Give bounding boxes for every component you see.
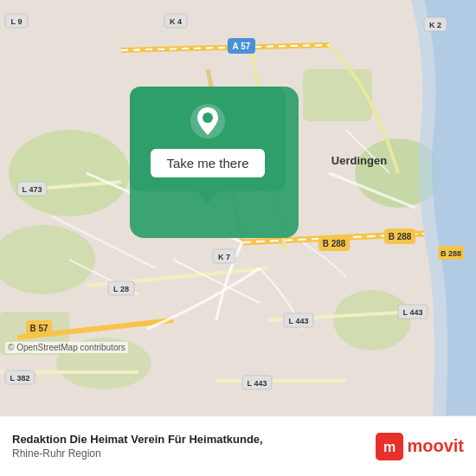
svg-text:L 443: L 443 [248, 379, 267, 388]
place-region: Rhine-Ruhr Region [12, 447, 263, 460]
svg-text:B 288: B 288 [389, 232, 412, 241]
svg-text:B 288: B 288 [441, 249, 461, 258]
svg-text:L 473: L 473 [23, 185, 42, 194]
svg-text:L 28: L 28 [113, 285, 129, 293]
map-container: L 9 K 4 K 2 A 57 B 288 B 288 B 57 L 473 … [0, 0, 476, 415]
svg-text:L 9: L 9 [11, 17, 23, 26]
map-background: L 9 K 4 K 2 A 57 B 288 B 288 B 57 L 473 … [0, 0, 476, 415]
svg-text:K 4: K 4 [170, 17, 182, 26]
place-info: Redaktion Die Heimat Verein Für Heimatku… [12, 433, 263, 460]
map-attribution: © OpenStreetMap contributors [5, 342, 128, 353]
moovit-icon: m [376, 433, 403, 460]
svg-text:m: m [383, 440, 396, 454]
svg-text:L 443: L 443 [289, 317, 309, 325]
svg-point-1 [9, 130, 130, 216]
svg-text:K 7: K 7 [218, 253, 230, 261]
svg-text:K 2: K 2 [429, 21, 441, 29]
take-me-there-button[interactable]: Take me there [151, 149, 264, 177]
svg-text:B 57: B 57 [29, 324, 48, 333]
place-name: Redaktion Die Heimat Verein Für Heimatku… [12, 433, 263, 447]
bottom-bar: Redaktion Die Heimat Verein Für Heimatku… [0, 415, 476, 476]
svg-rect-3 [303, 69, 372, 121]
svg-point-5 [333, 290, 411, 351]
svg-text:B 288: B 288 [323, 239, 346, 248]
moovit-text: moovit [407, 436, 464, 456]
svg-text:A 57: A 57 [233, 42, 251, 51]
moovit-logo: m moovit [376, 433, 464, 460]
svg-text:L 443: L 443 [403, 308, 423, 317]
svg-text:L 382: L 382 [10, 374, 30, 383]
svg-text:Uerdingen: Uerdingen [331, 154, 387, 167]
